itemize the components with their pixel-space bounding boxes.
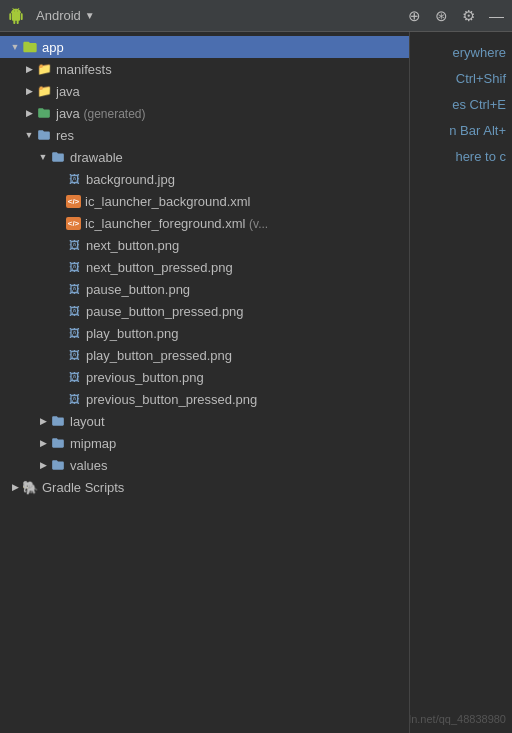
- tree-label-next-button-pressed: next_button_pressed.png: [86, 260, 405, 275]
- tree-item-drawable[interactable]: drawable: [0, 146, 409, 168]
- folder-layout-icon: [50, 413, 66, 429]
- folder-values-icon: [50, 457, 66, 473]
- tree-label-java: java: [56, 84, 405, 99]
- android-folder-icon: [22, 39, 38, 55]
- tree-label-previous-button: previous_button.png: [86, 370, 405, 385]
- tree-label-previous-button-pressed: previous_button_pressed.png: [86, 392, 405, 407]
- android-logo-icon: [8, 8, 24, 24]
- android-dropdown[interactable]: Android ▼: [36, 8, 95, 23]
- toggle-values[interactable]: [36, 458, 50, 472]
- toggle-java-gen[interactable]: [22, 106, 36, 120]
- png-file-2-icon: 🖼: [66, 259, 82, 275]
- toggle-java[interactable]: [22, 84, 36, 98]
- tree-item-layout[interactable]: layout: [0, 410, 409, 432]
- hint-everywhere: erywhere: [416, 40, 506, 66]
- tree-label-play-button: play_button.png: [86, 326, 405, 341]
- image-file-icon: 🖼: [66, 171, 82, 187]
- tree-item-ic-launcher-bg[interactable]: </> ic_launcher_background.xml: [0, 190, 409, 212]
- tree-label-res: res: [56, 128, 405, 143]
- hint-ctrl-shift: Ctrl+Shif: [416, 66, 506, 92]
- tree-label-pause-button-pressed: pause_button_pressed.png: [86, 304, 405, 319]
- hint-ctrl-e: es Ctrl+E: [416, 92, 506, 118]
- tree-item-manifests[interactable]: 📁 manifests: [0, 58, 409, 80]
- tree-item-pause-button[interactable]: 🖼 pause_button.png: [0, 278, 409, 300]
- folder-res-icon: [36, 127, 52, 143]
- toggle-manifests[interactable]: [22, 62, 36, 76]
- tree-label-play-button-pressed: play_button_pressed.png: [86, 348, 405, 363]
- tree-item-gradle-scripts[interactable]: 🐘 Gradle Scripts: [0, 476, 409, 498]
- tree-item-pause-button-pressed[interactable]: 🖼 pause_button_pressed.png: [0, 300, 409, 322]
- toggle-gradle[interactable]: [8, 480, 22, 494]
- watermark: https://blog.csdn.net/qq_48838980: [410, 713, 506, 725]
- tree-item-next-button-pressed[interactable]: 🖼 next_button_pressed.png: [0, 256, 409, 278]
- dropdown-arrow-icon: ▼: [85, 10, 95, 21]
- tree-item-ic-launcher-fg[interactable]: </> ic_launcher_foreground.xml (v...: [0, 212, 409, 234]
- tree-item-java[interactable]: 📁 java: [0, 80, 409, 102]
- tree-item-play-button[interactable]: 🖼 play_button.png: [0, 322, 409, 344]
- file-tree: app 📁 manifests 📁 java java (generated): [0, 32, 410, 733]
- gradle-icon: 🐘: [22, 479, 38, 495]
- tree-item-previous-button[interactable]: 🖼 previous_button.png: [0, 366, 409, 388]
- folder-drawable-icon: [50, 149, 66, 165]
- png-file-4-icon: 🖼: [66, 303, 82, 319]
- sync-icon[interactable]: ⊕: [408, 7, 421, 25]
- png-file-8-icon: 🖼: [66, 391, 82, 407]
- xml-orange-icon: </>: [66, 195, 81, 208]
- tree-item-java-gen[interactable]: java (generated): [0, 102, 409, 124]
- folder-generated-icon: [36, 105, 52, 121]
- tree-label-manifests: manifests: [56, 62, 405, 77]
- right-panel: erywhere Ctrl+Shif es Ctrl+E n Bar Alt+ …: [410, 32, 512, 733]
- top-icons: ⊕ ⊛ ⚙ —: [408, 7, 504, 25]
- png-file-6-icon: 🖼: [66, 347, 82, 363]
- tree-label-pause-button: pause_button.png: [86, 282, 405, 297]
- tree-item-background-jpg[interactable]: 🖼 background.jpg: [0, 168, 409, 190]
- folder-mipmap-icon: [50, 435, 66, 451]
- toggle-drawable[interactable]: [36, 150, 50, 164]
- settings-icon[interactable]: ⚙: [462, 7, 475, 25]
- tree-item-previous-button-pressed[interactable]: 🖼 previous_button_pressed.png: [0, 388, 409, 410]
- top-bar: Android ▼ ⊕ ⊛ ⚙ —: [0, 0, 512, 32]
- minimize-icon[interactable]: —: [489, 7, 504, 24]
- tree-item-app[interactable]: app: [0, 36, 409, 58]
- png-file-5-icon: 🖼: [66, 325, 82, 341]
- tree-label-mipmap: mipmap: [70, 436, 405, 451]
- hint-alt-bar: n Bar Alt+: [416, 118, 506, 144]
- toggle-mipmap[interactable]: [36, 436, 50, 450]
- png-file-3-icon: 🖼: [66, 281, 82, 297]
- tree-item-values[interactable]: values: [0, 454, 409, 476]
- tree-label-background-jpg: background.jpg: [86, 172, 405, 187]
- xml-orange-fg-icon: </>: [66, 217, 81, 230]
- tree-label-next-button: next_button.png: [86, 238, 405, 253]
- toggle-app[interactable]: [8, 40, 22, 54]
- tree-label-app: app: [42, 40, 405, 55]
- tree-label-ic-launcher-fg: ic_launcher_foreground.xml (v...: [85, 216, 405, 231]
- png-file-icon: 🖼: [66, 237, 82, 253]
- tree-label-values: values: [70, 458, 405, 473]
- hint-here-to: here to c: [416, 144, 506, 170]
- tree-label-gradle-scripts: Gradle Scripts: [42, 480, 405, 495]
- dropdown-label: Android: [36, 8, 81, 23]
- tree-item-mipmap[interactable]: mipmap: [0, 432, 409, 454]
- toggle-layout[interactable]: [36, 414, 50, 428]
- folder-icon: 📁: [36, 61, 52, 77]
- folder-java-icon: 📁: [36, 83, 52, 99]
- tree-item-play-button-pressed[interactable]: 🖼 play_button_pressed.png: [0, 344, 409, 366]
- png-file-7-icon: 🖼: [66, 369, 82, 385]
- tree-item-res[interactable]: res: [0, 124, 409, 146]
- tree-label-drawable: drawable: [70, 150, 405, 165]
- tree-label-layout: layout: [70, 414, 405, 429]
- tree-label-java-gen: java (generated): [56, 106, 405, 121]
- main-area: app 📁 manifests 📁 java java (generated): [0, 32, 512, 733]
- tree-label-ic-launcher-bg: ic_launcher_background.xml: [85, 194, 405, 209]
- tree-item-next-button[interactable]: 🖼 next_button.png: [0, 234, 409, 256]
- hierarchy-icon[interactable]: ⊛: [435, 7, 448, 25]
- toggle-res[interactable]: [22, 128, 36, 142]
